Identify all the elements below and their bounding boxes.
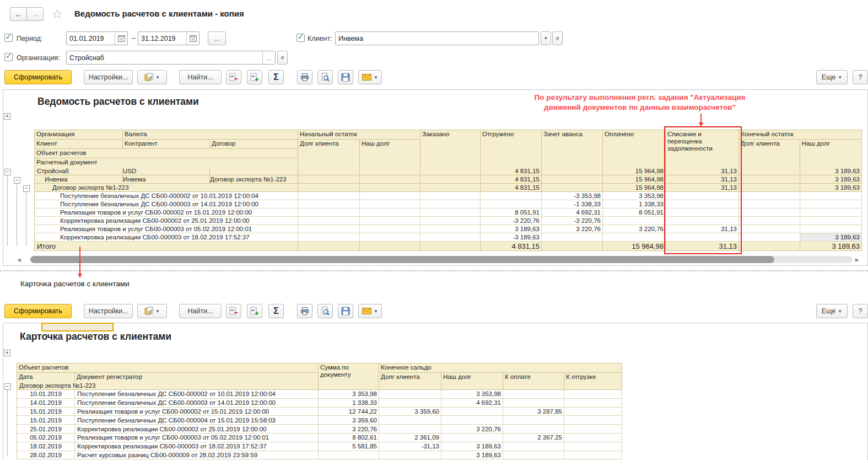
table-cell[interactable]: 31,13 <box>666 167 739 175</box>
table-cell[interactable]: 8 051,91 <box>481 208 542 217</box>
table-cell[interactable] <box>564 408 622 416</box>
table-row[interactable]: Корректировка реализации СБ00-000002 от … <box>35 217 862 225</box>
collapse-groups-button[interactable]: ав <box>226 70 241 84</box>
client-clear-button[interactable]: × <box>552 31 563 45</box>
table-cell[interactable] <box>360 175 420 184</box>
col-header[interactable]: Объект расчетов <box>35 149 298 158</box>
send-email-button[interactable]: ▼ <box>358 70 382 84</box>
table-cell[interactable]: 31,13 <box>666 242 739 251</box>
generate-button[interactable]: Сформировать <box>4 304 72 318</box>
report2-level-toggle[interactable]: + <box>4 350 10 356</box>
table-cell[interactable] <box>800 225 862 233</box>
table-cell[interactable] <box>360 217 420 225</box>
table-cell[interactable] <box>603 233 666 242</box>
table-cell[interactable]: Реализация товаров и услуг СБ00-000002 о… <box>75 408 319 416</box>
table-cell[interactable] <box>441 416 503 425</box>
expand-groups-button[interactable]: ав <box>247 70 262 84</box>
table-cell[interactable]: Поступление безналичных ДС СБ00-000004 о… <box>75 416 319 425</box>
table-cell[interactable] <box>298 167 360 175</box>
col-header[interactable]: Организация <box>35 130 123 140</box>
table-cell[interactable]: 4 831,15 <box>481 175 542 184</box>
table-row[interactable]: СтройснабUSD4 831,1515 964,9831,133 189,… <box>35 167 862 175</box>
table-cell[interactable] <box>503 399 564 408</box>
table-cell[interactable]: Поступление безналичных ДС СБ00-000002 о… <box>75 390 319 399</box>
table-cell[interactable]: 3 189,63 <box>800 233 862 242</box>
table-cell[interactable] <box>739 217 800 225</box>
table-cell[interactable]: -31,13 <box>379 442 441 451</box>
col-header[interactable]: Конечный остаток <box>739 130 862 140</box>
table-cell[interactable] <box>441 408 503 416</box>
col-header[interactable]: Наш долг <box>800 140 862 168</box>
table-cell[interactable] <box>666 192 739 200</box>
autosum-button[interactable]: Σ <box>268 304 284 318</box>
table-cell[interactable]: Корректировка реализации СБ00-000003 от … <box>75 442 319 451</box>
table-cell[interactable]: -3 220,76 <box>481 217 542 225</box>
table-cell[interactable]: 15 964,98 <box>603 175 666 184</box>
table-cell[interactable]: 3 359,60 <box>379 408 441 416</box>
print-button[interactable] <box>297 304 312 318</box>
table-row[interactable]: 25.01.2019Корректировка реализации СБ00-… <box>17 425 622 434</box>
table-cell[interactable] <box>800 200 862 208</box>
save-button[interactable] <box>338 304 353 318</box>
table-cell[interactable] <box>800 208 862 217</box>
table-cell[interactable] <box>360 225 420 233</box>
calendar-icon[interactable] <box>115 32 127 45</box>
table-cell[interactable] <box>503 416 564 425</box>
table-cell[interactable]: 8 802,61 <box>319 434 379 442</box>
table-cell[interactable] <box>379 382 441 390</box>
table-cell[interactable] <box>298 233 360 242</box>
table-cell[interactable] <box>564 425 622 434</box>
table-cell[interactable]: Корректировка реализации СБ00-000003 от … <box>35 233 298 242</box>
table-cell[interactable] <box>420 192 481 200</box>
table-cell[interactable]: 12 744,22 <box>319 408 379 416</box>
table-cell[interactable] <box>503 382 564 390</box>
table-cell[interactable]: 15 964,98 <box>603 184 666 192</box>
help-button[interactable]: ? <box>853 70 868 84</box>
table-cell[interactable] <box>210 167 298 175</box>
forward-button[interactable]: → <box>26 7 44 21</box>
group-toggle[interactable]: − <box>4 169 11 175</box>
table-cell[interactable]: 15.01.2019 <box>17 416 75 425</box>
col-header[interactable]: Расчетный документ <box>35 158 298 168</box>
col-header[interactable]: Объект расчетов <box>17 363 319 373</box>
table-cell[interactable]: Реализация товаров и услуг СБ00-000002 о… <box>35 208 298 217</box>
table-cell[interactable]: 3 220,76 <box>542 225 603 233</box>
table-cell[interactable] <box>441 382 503 390</box>
table-row[interactable]: 15.01.2019Реализация товаров и услуг СБ0… <box>17 408 622 416</box>
col-header[interactable]: Дата <box>17 373 75 382</box>
table-cell[interactable]: 3 220,76 <box>441 425 503 434</box>
table-cell[interactable] <box>379 399 441 408</box>
table-cell[interactable] <box>441 434 503 442</box>
table-cell[interactable]: 28.02.2019 <box>17 451 75 460</box>
table-cell[interactable]: 3 287,85 <box>503 408 564 416</box>
report-variants-button[interactable]: ▼ <box>137 304 167 318</box>
table-row[interactable]: 18.02.2019Корректировка реализации СБ00-… <box>17 442 622 451</box>
table-cell[interactable]: 15 964,98 <box>603 167 666 175</box>
table-cell[interactable] <box>666 208 739 217</box>
col-header[interactable]: К оплате <box>503 373 564 382</box>
organization-checkbox[interactable]: ✓ <box>4 53 13 61</box>
table-cell[interactable] <box>564 399 622 408</box>
table-row[interactable]: Реализация товаров и услуг СБ00-000002 о… <box>35 208 862 217</box>
find-button[interactable]: Найти... <box>179 304 222 318</box>
table-cell[interactable] <box>298 200 360 208</box>
table-cell[interactable]: 3 189,63 <box>481 225 542 233</box>
report1-level-toggle[interactable]: + <box>4 113 10 120</box>
table-cell[interactable]: Поступление безналичных ДС СБ00-000003 о… <box>35 200 298 208</box>
table-cell[interactable] <box>542 167 603 175</box>
table-cell[interactable] <box>298 192 360 200</box>
scroll-right-arrow[interactable]: ▶ <box>855 257 859 263</box>
table-cell[interactable] <box>298 208 360 217</box>
table-cell[interactable] <box>379 390 441 399</box>
table-cell[interactable] <box>360 242 420 251</box>
table-cell[interactable]: -3 220,76 <box>542 217 603 225</box>
table-cell[interactable] <box>420 233 481 242</box>
scroll-left-arrow[interactable]: ◀ <box>17 257 21 263</box>
table-cell[interactable] <box>739 225 800 233</box>
horizontal-scrollbar[interactable] <box>30 256 853 263</box>
scrollbar-thumb[interactable] <box>30 256 774 263</box>
table-cell[interactable]: Инвема <box>35 175 123 184</box>
table-cell[interactable] <box>481 200 542 208</box>
calendar-icon[interactable] <box>186 32 199 45</box>
table-cell[interactable] <box>298 242 360 251</box>
